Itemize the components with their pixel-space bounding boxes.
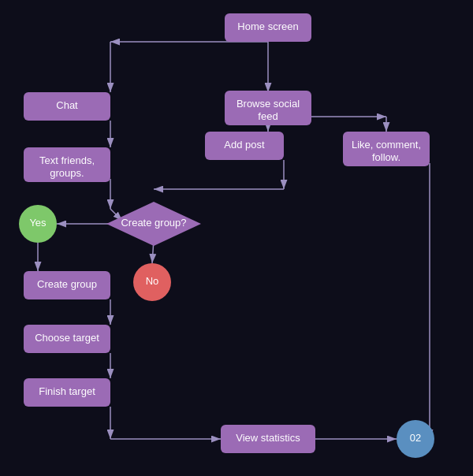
choose-target-label: Choose target bbox=[35, 332, 99, 344]
badge-02-label: 02 bbox=[410, 432, 421, 444]
browse-social-feed-label2: feed bbox=[258, 110, 277, 122]
no-label: No bbox=[146, 275, 159, 287]
browse-social-feed-label: Browse social bbox=[236, 98, 300, 110]
yes-label: Yes bbox=[29, 217, 47, 229]
like-comment-label: Like, comment, bbox=[352, 139, 421, 151]
finish-target-label: Finish target bbox=[39, 385, 95, 397]
text-friends-label2: groups. bbox=[50, 167, 84, 179]
add-post-label: Add post bbox=[224, 139, 265, 151]
create-group-label: Create group bbox=[37, 278, 97, 290]
like-comment-label2: follow. bbox=[372, 151, 400, 163]
view-statistics-label: View statistics bbox=[236, 432, 300, 444]
chat-label: Chat bbox=[56, 99, 78, 111]
text-friends-label: Text friends, bbox=[39, 154, 95, 166]
create-group-q-label: Create group? bbox=[121, 217, 186, 229]
home-screen-label: Home screen bbox=[237, 20, 298, 32]
